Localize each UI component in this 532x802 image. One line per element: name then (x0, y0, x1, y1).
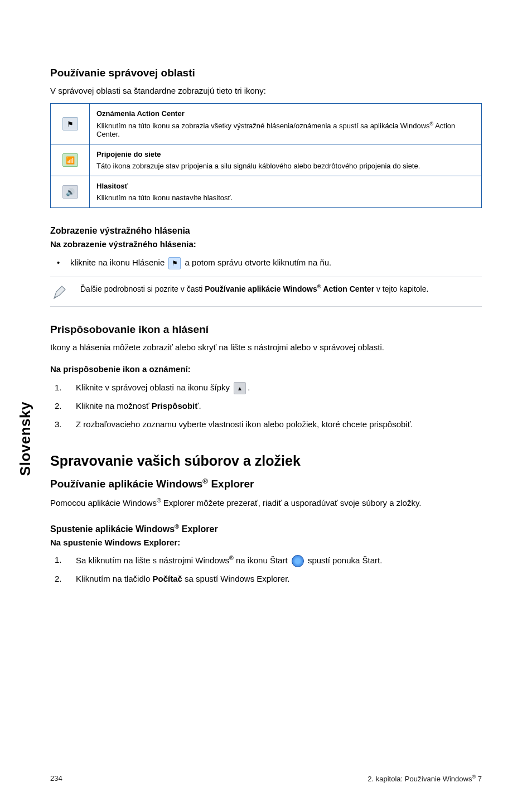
table-row: 🔊 Hlasitosť Kliknutím na túto ikonu nast… (51, 176, 482, 208)
customize-bold: Na prispôsobenie ikon a oznámení: (50, 363, 482, 375)
note-pen-icon (50, 283, 70, 301)
note-text: Ďalšie podrobnosti si pozrite v časti Po… (80, 283, 428, 301)
icons-description-table: ⚑ Oznámenia Action Center Kliknutím na t… (50, 103, 482, 208)
customize-step: Kliknite v správovej oblasti na ikonu ší… (50, 381, 482, 394)
customize-step: Kliknite na možnosť Prispôsobiť. (50, 400, 482, 413)
arrow-up-icon: ▴ (234, 382, 246, 394)
chapter-label: 2. kapitola: Používanie Windows® 7 (367, 774, 482, 783)
manage-files-heading: Spravovanie vašich súborov a zložiek (50, 453, 482, 469)
explorer-step: Sa kliknutím na lište s nástrojmi Window… (50, 554, 482, 567)
customize-heading: Prispôsobovanie ikon a hlásení (50, 323, 482, 336)
warning-display-bold: Na zobrazenie výstražného hlásenia: (50, 239, 482, 249)
windows-start-icon (292, 555, 304, 567)
warning-step: kliknite na ikonu Hlásenie ⚑ a potom spr… (50, 255, 482, 270)
customize-intro: Ikony a hlásenia môžete zobraziť alebo s… (50, 341, 482, 353)
volume-icon: 🔊 (62, 185, 78, 199)
row-title: Oznámenia Action Center (96, 109, 475, 118)
flag-icon: ⚑ (62, 117, 78, 131)
table-row: 📶 Pripojenie do siete Táto ikona zobrazu… (51, 144, 482, 176)
explorer-heading: Používanie aplikácie Windows® Explorer (50, 477, 482, 490)
warning-display-heading: Zobrazenie výstražného hlásenia (50, 226, 482, 236)
page-number: 234 (50, 774, 62, 783)
explorer-step: Kliknutím na tlačidlo Počítač sa spustí … (50, 573, 482, 586)
row-desc: Táto ikona zobrazuje stav pripojenia a s… (96, 162, 420, 170)
explorer-launch-heading: Spustenie aplikácie Windows® Explorer (50, 523, 482, 534)
row-title: Hlasitosť (96, 182, 475, 190)
side-language-label: Slovensky (17, 402, 34, 476)
page-footer: 234 2. kapitola: Používanie Windows® 7 (50, 774, 482, 783)
customize-step: Z rozbaľovacieho zoznamu vyberte vlastno… (50, 418, 482, 431)
network-icon: 📶 (62, 153, 78, 167)
row-desc: Kliknutím na túto ikonu nastavíte hlasit… (96, 194, 233, 202)
row-title: Pripojenie do siete (96, 150, 475, 158)
flag-icon: ⚑ (168, 257, 181, 269)
section-heading-taskbar-area: Používanie správovej oblasti (50, 67, 482, 79)
table-row: ⚑ Oznámenia Action Center Kliknutím na t… (51, 104, 482, 144)
note-block: Ďalšie podrobnosti si pozrite v časti Po… (50, 277, 482, 307)
explorer-launch-bold: Na spustenie Windows Explorer: (50, 538, 482, 547)
row-desc: Kliknutím na túto ikonu sa zobrazia všet… (96, 122, 455, 138)
taskbar-intro-text: V správovej oblasti sa štandardne zobraz… (50, 85, 482, 96)
explorer-intro: Pomocou aplikácie Windows® Explorer môže… (50, 496, 482, 509)
